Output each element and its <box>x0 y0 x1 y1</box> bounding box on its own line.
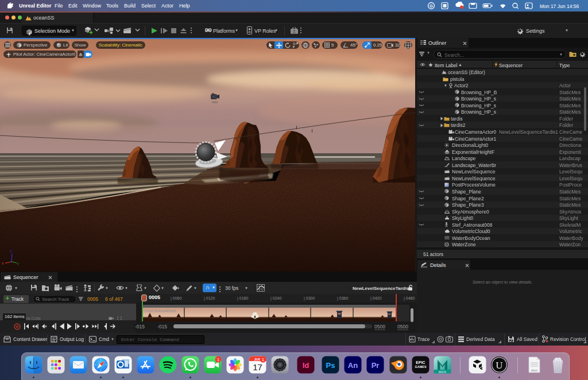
svg-text:Y: Y <box>17 262 19 266</box>
svg-text:Ps: Ps <box>326 361 335 370</box>
svg-text:1: 1 <box>261 357 264 362</box>
svg-text:CineCameraActor0: CineCameraActor0 <box>144 309 176 313</box>
svg-text:EPIC: EPIC <box>416 360 425 365</box>
svg-text:U: U <box>496 360 502 371</box>
svg-text:G: G <box>430 3 433 9</box>
svg-text:Z: Z <box>10 250 12 253</box>
svg-text:MAYA: MAYA <box>439 370 447 374</box>
svg-text:An: An <box>348 361 358 370</box>
svg-text:Pr: Pr <box>371 361 379 370</box>
svg-text:GAMES: GAMES <box>415 365 427 369</box>
svg-text:docx: docx <box>531 369 537 372</box>
svg-text:17: 17 <box>253 362 262 372</box>
svg-text:Id: Id <box>302 361 309 370</box>
svg-text:X: X <box>2 262 4 265</box>
svg-text:1: 1 <box>216 357 219 362</box>
